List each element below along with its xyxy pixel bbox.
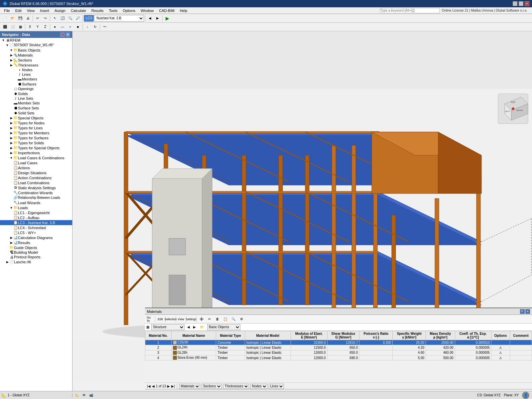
tree-toggle-sections[interactable]: ▶	[9, 59, 13, 62]
tree-item-printoutreports[interactable]: 🖨 Printout Reports	[0, 255, 72, 259]
tb-select[interactable]: ↖	[51, 15, 59, 22]
table-row[interactable]: 4 Stora Enso (40 mm) Timber Isotropic | …	[145, 355, 532, 360]
tree-item-loadwizards[interactable]: 🔧 Load Wizards	[0, 200, 72, 205]
tree-toggle-typesforspecial[interactable]: ▶	[9, 146, 13, 150]
tree-item-buildingmodel[interactable]: 🏗 Building Model	[0, 250, 72, 255]
page-next-next[interactable]: ▶|	[171, 384, 175, 388]
tb-load-icon[interactable]: ↓	[84, 23, 91, 31]
search-input[interactable]	[380, 8, 440, 13]
tb-undo[interactable]: ↩	[34, 15, 41, 22]
tb-node-icon[interactable]: ●	[51, 23, 59, 31]
tree-item-combinationwizards[interactable]: 🔧 Combination Wizards	[0, 190, 72, 195]
panel-selection[interactable]: Selection	[167, 316, 174, 323]
tree-item-loadcases[interactable]: 📋 Load Cases	[0, 160, 72, 165]
tree-toggle-basic[interactable]: ▼	[9, 49, 13, 52]
tree-item-lc4[interactable]: 📋 LC4 - Schneelast	[0, 225, 72, 230]
page-prev[interactable]: ◀	[152, 384, 155, 388]
menu-insert[interactable]: Insert	[37, 8, 52, 13]
tree-item-thicknesses[interactable]: ▶ 📏 Thicknesses	[0, 63, 72, 67]
tree-toggle-typesformembers[interactable]: ▶	[9, 131, 13, 135]
tree-item-surfacesets[interactable]: ◼ Surface Sets	[0, 105, 72, 110]
tree-item-lines[interactable]: / Lines	[0, 72, 72, 77]
tb-new[interactable]: 📄	[1, 15, 9, 22]
tb-axis-z[interactable]: Z	[42, 23, 49, 31]
tb-zoom-in[interactable]: 🔍	[66, 15, 74, 22]
tree-item-loads[interactable]: ▼ 📁 Loads	[0, 205, 72, 210]
panel-icon1[interactable]: ➕	[198, 316, 205, 323]
tree-item-staticanalysis[interactable]: ⚙ Static Analysis Settings	[0, 185, 72, 190]
tb-view3[interactable]: ▩	[17, 23, 24, 31]
filter-nav-next[interactable]: ▶	[193, 325, 196, 329]
tree-item-loadcasescomb[interactable]: ▼ 📁 Load Cases & Combinations	[0, 155, 72, 160]
tree-toggle-special[interactable]: ▶	[9, 116, 13, 120]
tab-lines-dropdown[interactable]: Lines	[269, 384, 284, 389]
tree-toggle-materials[interactable]: ▶	[9, 54, 13, 57]
tab-materials-dropdown[interactable]: Materials	[179, 384, 200, 389]
tree-item-membersets[interactable]: ▬ Member Sets	[0, 101, 72, 105]
filter-basicobjects-dropdown[interactable]: Basic Objects	[207, 324, 240, 330]
tree-toggle-loadcasescomb[interactable]: ▼	[9, 156, 13, 160]
menu-view[interactable]: View	[24, 8, 38, 13]
tree-item-rfem[interactable]: ▼ 🖥 RFEM	[0, 38, 72, 43]
tree-item-special[interactable]: ▶ 📁 Special Objects	[0, 115, 72, 120]
filter-structure-dropdown[interactable]: Structure	[151, 324, 185, 330]
tree-toggle-thicknesses[interactable]: ▶	[9, 64, 13, 67]
tb-prev[interactable]: ◀	[146, 15, 154, 22]
tab-nodes-dropdown[interactable]: Nodes	[250, 384, 267, 389]
tb-surface-icon[interactable]: ▪	[66, 23, 74, 31]
tree-item-actions[interactable]: 📋 Actions	[0, 165, 72, 170]
table-row[interactable]: 3 GL28h Timber Isotropic | Linear Elasti…	[145, 350, 532, 355]
tree-item-typesforspecial[interactable]: ▶ 📁 Types for Special Objects	[0, 145, 72, 150]
tree-toggle-calcdiagrams[interactable]: ▶	[9, 236, 13, 239]
minimize-button[interactable]: −	[513, 1, 517, 6]
panel-view[interactable]: View	[177, 316, 185, 323]
materials-table-scroll[interactable]: Material No. Material Name Material Type…	[145, 331, 532, 382]
filter-nav-prev[interactable]: ◀	[187, 325, 190, 329]
tb-rotate[interactable]: 🔄	[59, 15, 66, 22]
tree-toggle-loads[interactable]: ▼	[9, 206, 13, 209]
tree-item-lc2[interactable]: 📋 LC2 - Aufbau	[0, 215, 72, 220]
panel-icon5[interactable]: 🔍	[230, 316, 237, 323]
tree-toggle-results[interactable]: ▶	[9, 241, 13, 244]
tb-deform-icon[interactable]: 〜	[101, 23, 108, 31]
table-row[interactable]: 2 GL24h Timber Isotropic | Linear Elasti…	[145, 345, 532, 350]
tb-axis-y[interactable]: Y	[34, 23, 41, 31]
maximize-button[interactable]: □	[519, 1, 523, 6]
viewport[interactable]: TOP LEFT FRONT Materials ⇱ ✕ Go To Edit	[72, 31, 532, 399]
tree-item-surfaces[interactable]: ◼ Surfaces	[0, 81, 72, 86]
tree-item-nodes[interactable]: • Nodes	[0, 67, 72, 72]
tree-item-imperfections[interactable]: ▶ 📁 Imperfections	[0, 150, 72, 155]
tb-view2[interactable]: ⬜	[9, 23, 16, 31]
tree-item-typesformembers[interactable]: ▶ 📁 Types for Members	[0, 130, 72, 135]
menu-calculate[interactable]: Calculate	[68, 8, 89, 13]
panel-close-button[interactable]: ✕	[525, 309, 530, 314]
tree-toggle-typesforsurfaces[interactable]: ▶	[9, 136, 13, 140]
close-button[interactable]: ✕	[525, 1, 529, 6]
tb-line-icon[interactable]: —	[59, 23, 66, 31]
tree-toggle-typesforsolids[interactable]: ▶	[9, 141, 13, 145]
tb-save[interactable]: 💾	[17, 15, 24, 22]
tree-item-typesforlines[interactable]: ▶ 📁 Types for Lines	[0, 125, 72, 130]
tree-item-lc5[interactable]: 📋 LC5 - WY+	[0, 230, 72, 235]
tb-next[interactable]: ▶	[154, 15, 161, 22]
tree-item-results[interactable]: ▶ 📊 Results	[0, 240, 72, 245]
menu-file[interactable]: File	[1, 8, 13, 13]
panel-settings[interactable]: Settings	[188, 316, 195, 323]
page-next[interactable]: ▶	[167, 384, 170, 388]
tree-toggle-typesfornodes[interactable]: ▶	[9, 121, 13, 125]
menu-edit[interactable]: Edit	[13, 8, 24, 13]
tree-toggle-imperfections[interactable]: ▶	[9, 151, 13, 155]
table-row[interactable]: 1 C25/30 Concrete Isotropic | Linear Ela…	[145, 340, 532, 345]
lc-dropdown[interactable]: Nutzlast Kat. 3.B	[94, 15, 144, 22]
nav-close[interactable]: ✕	[66, 32, 70, 37]
tree-item-actioncombinations[interactable]: 📋 Action Combinations	[0, 175, 72, 180]
tree-item-typesforsolids[interactable]: ▶ 📁 Types for Solids	[0, 140, 72, 145]
tree-item-typesforsurfaces[interactable]: ▶ 📁 Types for Surfaces	[0, 135, 72, 140]
panel-icon4[interactable]: 📋	[222, 316, 229, 323]
panel-goto[interactable]: Go To	[146, 316, 154, 323]
tb-run[interactable]: ▶	[164, 15, 171, 22]
tb-moment-icon[interactable]: ↻	[91, 23, 99, 31]
tree-item-relationship[interactable]: 🔗 Relationship Between Loads	[0, 195, 72, 200]
menu-cad-bim[interactable]: CAD-BIM	[156, 8, 177, 13]
tree-item-basic[interactable]: ▼ 📁 Basic Objects	[0, 48, 72, 53]
